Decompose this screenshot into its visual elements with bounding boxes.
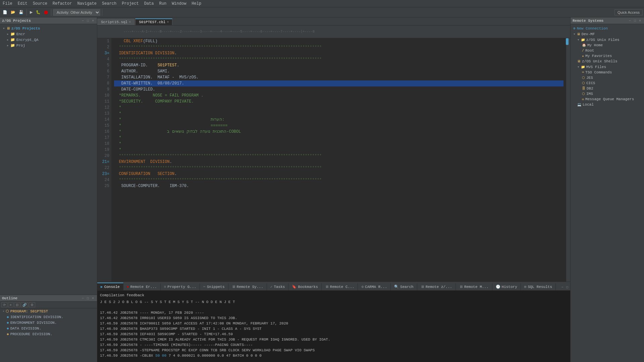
projects-collapse-btn[interactable]: − xyxy=(81,18,85,23)
remote-ims[interactable]: ⬡ IMS xyxy=(571,91,644,97)
console-content[interactable]: Compilation feedback J E S 2 J O B L O G… xyxy=(97,291,570,362)
remote-dev-mf[interactable]: ▾ 🖥 Dev-MF xyxy=(571,31,644,37)
menu-navigate[interactable]: Navigate xyxy=(74,1,99,7)
menu-edit[interactable]: Edit xyxy=(15,1,30,7)
line-11: *SECURITY. COMPANY PRIVATE. xyxy=(114,99,564,105)
console-line-1 xyxy=(100,305,568,310)
tab-console[interactable]: ▶ Console xyxy=(97,283,123,290)
projects-maximize-btn[interactable]: □ xyxy=(86,18,90,23)
outline-settings-btn[interactable]: ⚙ xyxy=(29,302,35,307)
search-icon: 🔍 xyxy=(394,285,399,289)
tab-remote-sy[interactable]: 🖥 Remote Sy... xyxy=(228,283,267,290)
tab-script15[interactable]: Script15.sql × xyxy=(97,19,135,25)
outline-collapse-btn[interactable]: − xyxy=(81,296,85,300)
console-line-0: J E S 2 J O B L O G -- S Y S T E M S Y S… xyxy=(100,299,568,305)
tab-s01ptest-close[interactable]: × xyxy=(167,20,169,24)
tab-tasks[interactable]: ✓ Tasks xyxy=(267,283,289,290)
project-encrypt-qa[interactable]: ▸ 📁 Encrypt_QA xyxy=(0,37,97,43)
remote-my-home[interactable]: 🏠 My Home xyxy=(571,43,644,48)
tab-script15-close[interactable]: × xyxy=(129,20,131,24)
remote-collapse-btn[interactable]: − xyxy=(628,18,632,23)
outline-sync-btn[interactable]: ⟳ xyxy=(1,302,7,307)
tab-snippets[interactable]: ✂ Snippets xyxy=(200,283,228,290)
run-btn[interactable]: ▶ xyxy=(29,9,34,15)
outline-procedure[interactable]: ◈ PROCEDURE DIVISION. xyxy=(0,331,97,337)
remote-z-icon: 🖥 xyxy=(421,285,424,289)
outline-identification[interactable]: ◆ IDENTIFICATION DIVISION. xyxy=(0,314,97,320)
remote-db2[interactable]: 🗄 DB2 xyxy=(571,86,644,91)
menu-run[interactable]: Run xyxy=(157,1,169,7)
carma-icon: ⚙ xyxy=(361,285,364,289)
menu-search[interactable]: Search xyxy=(99,1,119,7)
outline-filter-btn[interactable]: ≡ xyxy=(8,302,13,307)
remote-mvs-files[interactable]: ▾ 📁 MVS Files xyxy=(571,64,644,70)
tab-s01ptest[interactable]: S01PTEST.cbl × xyxy=(135,18,172,25)
remote-my-favorites[interactable]: ★ My Favorites xyxy=(571,53,644,59)
stop-btn[interactable]: ⬤ xyxy=(43,9,49,15)
save-btn[interactable]: 💾 xyxy=(17,9,25,15)
remote-maximize-btn[interactable]: □ xyxy=(633,18,637,23)
projects-close-btn[interactable]: × xyxy=(91,18,95,23)
menu-data[interactable]: Data xyxy=(142,1,157,7)
line-4: ****************************************… xyxy=(114,56,564,62)
bottom-maximize-btn[interactable]: □ xyxy=(565,285,569,289)
menu-source[interactable]: Source xyxy=(30,1,50,7)
tab-history[interactable]: 🕐 History xyxy=(492,283,521,290)
encrypt-qa-label: Encrypt_QA xyxy=(16,38,39,42)
menu-window[interactable]: Window xyxy=(169,1,189,7)
debug-btn[interactable]: 🐛 xyxy=(35,9,42,15)
menu-file[interactable]: File xyxy=(0,1,15,7)
remote-zos-unix-shells[interactable]: 🖥 z/OS Unix Shells xyxy=(571,59,644,64)
editor-scrollbar[interactable] xyxy=(566,38,570,282)
remote-cics[interactable]: ⬡ CICS xyxy=(571,80,644,86)
outline-collapse-all-btn[interactable]: ⊟ xyxy=(14,302,20,307)
remote-jes[interactable]: ⬡ JES xyxy=(571,75,644,80)
tab-search[interactable]: 🔍 Search xyxy=(391,283,417,290)
remote-sy-icon: 🖥 xyxy=(232,285,235,289)
tab-property-g[interactable]: ≡ Property G... xyxy=(161,284,200,290)
menu-refactor[interactable]: Refactor xyxy=(50,1,75,7)
outline-program[interactable]: ▾ ⬡ PROGRAM: S01PTEST xyxy=(0,308,97,314)
outline-environment[interactable]: ◆ ENVIRONMENT DIVISION. xyxy=(0,320,97,325)
project-proj[interactable]: ▸ 📁 Proj xyxy=(0,43,97,48)
outline-link-btn[interactable]: 🔗 xyxy=(21,302,28,307)
tab-remote-z[interactable]: 🖥 Remote z/... xyxy=(417,283,456,290)
remote-mqm[interactable]: ✉ Message Queue Managers xyxy=(571,97,644,102)
project-root[interactable]: ▾ 🖥 z/OS Projects xyxy=(0,25,97,31)
remote-new-connection[interactable]: ⊕ New Connection xyxy=(571,25,644,31)
ims-label: IMS xyxy=(586,92,593,96)
my-home-icon: 🏠 xyxy=(582,43,586,47)
remote-close-btn[interactable]: × xyxy=(638,18,642,23)
remote-zos-unix-files[interactable]: ▾ 📁 z/OS Unix Files xyxy=(571,37,644,43)
tab-remote-c[interactable]: 🖥 Remote C... xyxy=(322,283,358,290)
remote-local[interactable]: 💻 Local xyxy=(571,102,644,107)
activity-dropdown[interactable]: Activity: Other Activity xyxy=(53,9,100,16)
tab-sql-results[interactable]: ⊞ SQL Results xyxy=(521,283,556,290)
outline-data[interactable]: ◆ DATA DIVISION. xyxy=(0,325,97,331)
sql-icon: ⊞ xyxy=(524,285,527,289)
tso-icon: ⌨ xyxy=(582,70,584,74)
tab-remote-m[interactable]: 🖥 Remote M... xyxy=(456,283,492,290)
outline-close-btn[interactable]: × xyxy=(91,296,95,300)
encrypt-qa-expand-icon: ▸ xyxy=(7,38,9,42)
quick-access-btn[interactable]: Quick Access xyxy=(614,9,643,15)
tab-remote-er[interactable]: ● Remote Er... xyxy=(123,284,161,290)
new-btn[interactable]: 📄 xyxy=(1,9,9,15)
menu-project[interactable]: Project xyxy=(119,1,141,7)
remote-tso[interactable]: ⌨ TSO Commands xyxy=(571,70,644,75)
tab-bookmarks[interactable]: 🔖 Bookmarks xyxy=(288,283,321,290)
line-3: IDENTIFICATION DIVISION. xyxy=(114,50,564,56)
root-label: Root xyxy=(585,49,594,53)
snippets-icon: ✂ xyxy=(203,285,206,289)
new-connection-icon: ⊕ xyxy=(573,26,576,31)
tab-carma[interactable]: ⚙ CARMA R... xyxy=(358,283,391,290)
remote-c-label: Remote C... xyxy=(330,285,355,289)
mvs-label: MVS Files xyxy=(586,65,606,69)
code-content[interactable]: CBL XREF(FULL) *************************… xyxy=(111,38,566,282)
menu-help[interactable]: Help xyxy=(189,1,204,7)
open-btn[interactable]: 📂 xyxy=(9,9,17,15)
project-encr[interactable]: ▸ 📁 Encr xyxy=(0,31,97,37)
outline-maximize-btn[interactable]: □ xyxy=(86,296,90,300)
remote-root[interactable]: / Root xyxy=(571,48,644,53)
bottom-minimize-btn[interactable]: − xyxy=(560,285,565,289)
